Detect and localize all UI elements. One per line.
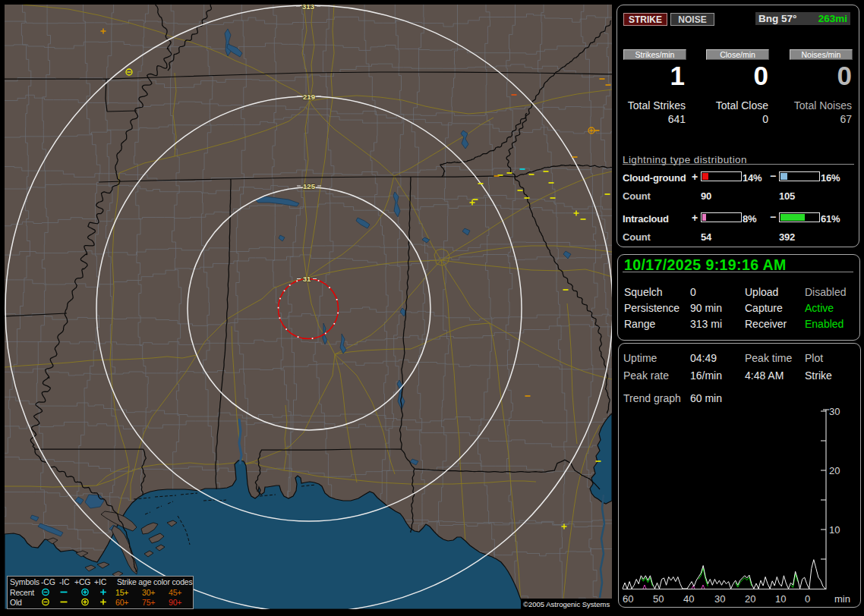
svg-text:20: 20	[745, 593, 755, 605]
svg-text:60: 60	[623, 593, 633, 605]
svg-text:Strike age color codes: Strike age color codes	[117, 577, 193, 586]
svg-text:-IC: -IC	[59, 577, 70, 586]
svg-text:30+: 30+	[142, 588, 155, 597]
svg-text:125: 125	[303, 182, 316, 190]
svg-text:+CG: +CG	[74, 577, 90, 586]
svg-text:30: 30	[714, 593, 725, 605]
svg-text:50: 50	[653, 593, 664, 605]
svg-text:-CG: -CG	[41, 577, 55, 586]
svg-text:min: min	[834, 593, 850, 605]
svg-text:+IC: +IC	[94, 577, 107, 586]
svg-text:10: 10	[775, 593, 786, 605]
svg-text:0: 0	[805, 593, 810, 605]
svg-text:30: 30	[829, 406, 840, 417]
svg-text:313: 313	[302, 2, 314, 11]
svg-text:219: 219	[303, 93, 315, 101]
svg-text:40: 40	[683, 593, 694, 605]
svg-text:90+: 90+	[169, 598, 181, 607]
svg-text:45+: 45+	[169, 588, 181, 597]
svg-text:Old: Old	[10, 598, 22, 607]
svg-text:Symbols: Symbols	[10, 577, 39, 586]
svg-text:15+: 15+	[115, 588, 128, 597]
svg-text:60+: 60+	[115, 598, 128, 607]
svg-text:75+: 75+	[142, 598, 155, 607]
svg-text:31: 31	[303, 275, 311, 283]
svg-text:10: 10	[829, 524, 840, 536]
svg-text:20: 20	[829, 465, 840, 476]
svg-text:Recent: Recent	[10, 588, 34, 597]
